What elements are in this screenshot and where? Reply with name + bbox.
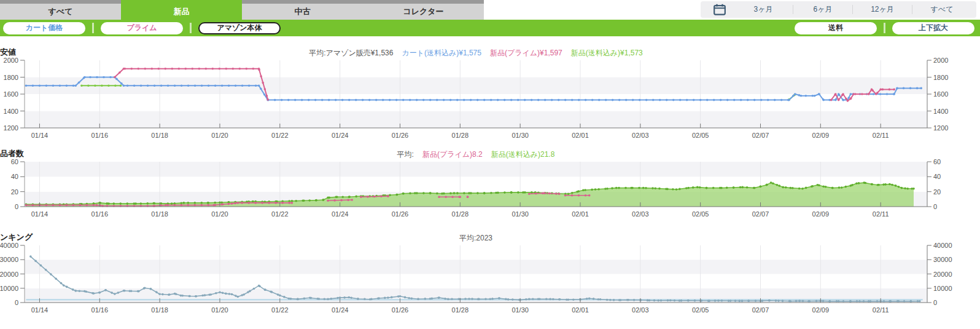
svg-text:0: 0 — [933, 299, 937, 306]
svg-text:01/24: 01/24 — [332, 210, 349, 218]
svg-text:01/26: 01/26 — [392, 306, 409, 314]
prime-button[interactable]: プライム — [101, 22, 183, 34]
svg-text:20000: 20000 — [933, 271, 952, 278]
price-chart[interactable]: 1200120014001400160016001800180020002000… — [0, 58, 980, 143]
svg-text:01/22: 01/22 — [271, 306, 289, 314]
svg-text:02/03: 02/03 — [632, 210, 649, 218]
svg-text:02/03: 02/03 — [632, 306, 649, 314]
tab-collector-label: コレクター — [403, 6, 443, 17]
price-chart-section: 安値 平均:アマゾン販売¥1,536カート(送料込み)¥1,575新品(プライム… — [0, 45, 980, 143]
calendar-button[interactable] — [706, 4, 734, 15]
svg-text:02/09: 02/09 — [812, 306, 830, 314]
price-panel-label: 安値 — [0, 47, 16, 58]
svg-text:1800: 1800 — [4, 74, 18, 81]
svg-text:01/22: 01/22 — [271, 132, 289, 139]
cart-price-button[interactable]: カート価格 — [3, 22, 85, 34]
svg-text:01/20: 01/20 — [211, 132, 228, 139]
svg-text:30000: 30000 — [0, 256, 18, 263]
svg-text:40: 40 — [11, 173, 18, 180]
svg-text:01/18: 01/18 — [151, 306, 168, 314]
range-3months[interactable]: 3ヶ月 — [734, 4, 793, 15]
svg-text:02/07: 02/07 — [752, 210, 769, 218]
svg-text:01/20: 01/20 — [211, 306, 228, 314]
filter-toolbar: カート価格 プライム アマゾン本体 送料 上下拡大 — [0, 20, 980, 36]
tab-used-label: 中古 — [295, 6, 311, 17]
svg-text:1600: 1600 — [933, 90, 948, 98]
tab-all[interactable]: すべて — [0, 0, 121, 20]
svg-text:20000: 20000 — [0, 271, 18, 278]
toolbar-left-group: カート価格 プライム アマゾン本体 — [3, 22, 281, 34]
svg-text:1400: 1400 — [933, 108, 948, 115]
ranking-chart[interactable]: 0010000100002000020000300003000040000400… — [0, 243, 980, 317]
tab-bar: すべて 新品 中古 コレクター 3ヶ月 6ヶ月 12ヶ月 すべて — [0, 0, 980, 20]
price-chart-title: 平均:アマゾン販売¥1,536カート(送料込み)¥1,575新品(プライム)¥1… — [25, 48, 927, 58]
expand-vertical-button[interactable]: 上下拡大 — [892, 22, 974, 34]
tab-new-label: 新品 — [174, 6, 190, 17]
svg-text:40000: 40000 — [0, 243, 18, 249]
svg-text:01/28: 01/28 — [452, 210, 469, 218]
tab-all-label: すべて — [49, 6, 73, 17]
tab-collector[interactable]: コレクター — [363, 0, 484, 20]
svg-text:60: 60 — [933, 159, 941, 165]
amazon-direct-button[interactable]: アマゾン本体 — [198, 22, 281, 34]
toolbar-right-group: 送料 上下拡大 — [795, 22, 974, 34]
svg-text:01/28: 01/28 — [452, 306, 469, 314]
svg-text:02/03: 02/03 — [632, 132, 649, 139]
svg-text:01/20: 01/20 — [211, 210, 228, 218]
svg-text:02/05: 02/05 — [692, 132, 709, 139]
toolbar-divider — [884, 23, 885, 33]
svg-text:02/09: 02/09 — [812, 132, 830, 139]
svg-text:1600: 1600 — [4, 90, 18, 98]
calendar-icon — [714, 4, 726, 15]
svg-text:02/01: 02/01 — [572, 132, 589, 139]
sellers-chart[interactable]: 0020204040606001/1401/1601/1801/2001/220… — [0, 159, 980, 221]
svg-text:01/24: 01/24 — [332, 306, 349, 314]
range-all[interactable]: すべて — [912, 4, 971, 15]
svg-text:01/30: 01/30 — [511, 306, 529, 314]
svg-text:01/26: 01/26 — [392, 132, 409, 139]
ranking-chart-section: ンキング 平均:2023 001000010000200002000030000… — [0, 230, 980, 317]
price-chart-head: 安値 平均:アマゾン販売¥1,536カート(送料込み)¥1,575新品(プライム… — [0, 45, 980, 58]
svg-text:2000: 2000 — [933, 58, 948, 64]
svg-text:02/09: 02/09 — [812, 210, 830, 218]
svg-text:20: 20 — [11, 188, 18, 196]
svg-text:01/30: 01/30 — [511, 132, 529, 139]
svg-text:10000: 10000 — [933, 285, 952, 292]
shipping-button[interactable]: 送料 — [795, 22, 877, 34]
sellers-panel-label: 品者数 — [0, 148, 24, 159]
tab-new[interactable]: 新品 — [121, 0, 242, 20]
svg-text:01/18: 01/18 — [151, 132, 168, 139]
svg-text:1400: 1400 — [4, 108, 18, 115]
svg-text:02/05: 02/05 — [692, 306, 709, 314]
toolbar-divider — [190, 23, 192, 33]
svg-text:01/16: 01/16 — [91, 132, 109, 139]
svg-text:01/30: 01/30 — [511, 210, 529, 218]
tab-used[interactable]: 中古 — [242, 0, 363, 20]
svg-text:0: 0 — [15, 299, 18, 306]
range-12months[interactable]: 12ヶ月 — [853, 4, 912, 15]
svg-text:01/18: 01/18 — [151, 210, 168, 218]
svg-text:01/14: 01/14 — [31, 132, 49, 139]
ranking-chart-head: ンキング 平均:2023 — [0, 230, 980, 243]
svg-text:02/05: 02/05 — [692, 210, 709, 218]
svg-text:01/24: 01/24 — [332, 132, 349, 139]
toolbar-divider — [92, 23, 94, 33]
svg-text:01/14: 01/14 — [31, 306, 49, 314]
svg-text:20: 20 — [933, 188, 941, 196]
sellers-chart-title: 平均:新品(プライム)8.2新品(送料込み)21.8 — [25, 149, 927, 160]
svg-text:01/16: 01/16 — [91, 306, 109, 314]
svg-text:0: 0 — [15, 203, 18, 210]
svg-text:0: 0 — [933, 203, 937, 210]
sellers-chart-section: 品者数 平均:新品(プライム)8.2新品(送料込み)21.8 002020404… — [0, 146, 980, 221]
svg-text:01/16: 01/16 — [91, 210, 109, 218]
sellers-chart-head: 品者数 平均:新品(プライム)8.2新品(送料込み)21.8 — [0, 146, 980, 159]
svg-text:01/28: 01/28 — [452, 132, 469, 139]
svg-text:10000: 10000 — [0, 285, 18, 292]
svg-text:2000: 2000 — [4, 58, 18, 64]
range-6months[interactable]: 6ヶ月 — [793, 4, 852, 15]
svg-text:02/01: 02/01 — [572, 210, 589, 218]
svg-text:01/22: 01/22 — [271, 210, 289, 218]
svg-text:40000: 40000 — [933, 243, 952, 249]
svg-text:30000: 30000 — [933, 256, 952, 263]
svg-text:1200: 1200 — [4, 124, 18, 132]
